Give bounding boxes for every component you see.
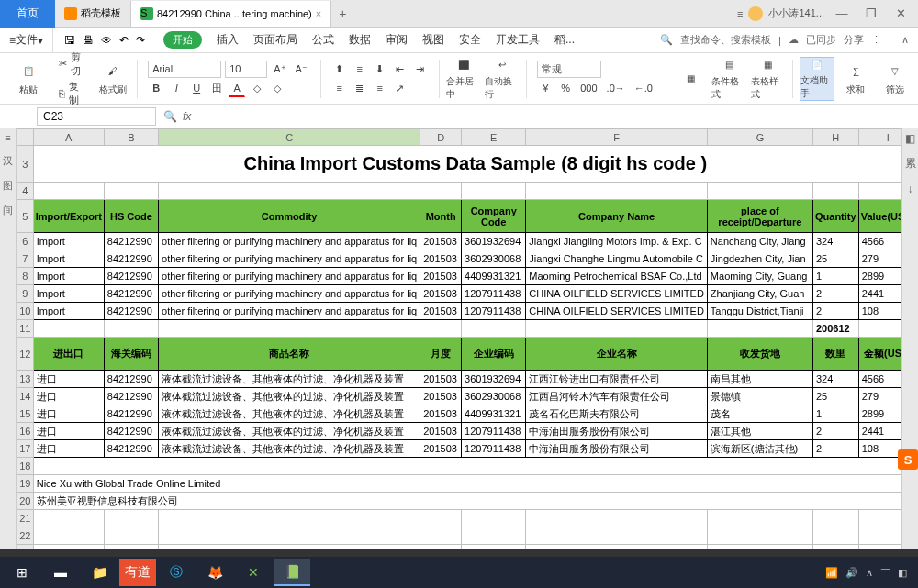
side-icon[interactable]: ↓ bbox=[908, 183, 913, 195]
cell[interactable]: 海关编码 bbox=[104, 338, 158, 371]
cell[interactable]: 84212990 bbox=[104, 303, 158, 320]
cell[interactable]: 19 bbox=[17, 475, 34, 493]
cell[interactable]: 进口 bbox=[33, 405, 104, 423]
more-icon[interactable]: ≡ bbox=[737, 8, 743, 19]
format-painter-button[interactable]: 🖌格式刷 bbox=[95, 57, 130, 101]
task-item[interactable]: ✕ bbox=[235, 559, 272, 586]
cell[interactable]: 中海油田服务股份有限公司 bbox=[526, 423, 708, 440]
cell[interactable] bbox=[707, 320, 812, 338]
merge-button[interactable]: ⬛合并居中 bbox=[446, 57, 481, 101]
cell[interactable]: 25 bbox=[812, 250, 858, 268]
cell[interactable] bbox=[526, 545, 708, 549]
cell[interactable]: 21 bbox=[17, 510, 34, 527]
user-avatar[interactable] bbox=[748, 6, 763, 21]
cell[interactable]: 2 bbox=[812, 440, 858, 458]
cell[interactable]: 324 bbox=[812, 233, 858, 250]
cell[interactable]: 3602930068 bbox=[462, 388, 526, 405]
side-icon[interactable]: ◧ bbox=[905, 132, 915, 145]
cell[interactable]: 201503 bbox=[420, 250, 462, 268]
minimize-button[interactable]: — bbox=[830, 4, 854, 24]
cell[interactable]: 茂名石化巴斯夫有限公司 bbox=[526, 405, 708, 423]
tab-formula[interactable]: 公式 bbox=[305, 28, 341, 53]
cell[interactable]: 1 bbox=[812, 268, 858, 285]
cell[interactable] bbox=[462, 320, 526, 338]
cell[interactable]: 5 bbox=[17, 200, 34, 233]
preview-icon[interactable]: 👁 bbox=[97, 34, 116, 47]
cell[interactable] bbox=[707, 545, 812, 549]
cell[interactable]: 进口 bbox=[33, 371, 104, 388]
font-select[interactable]: Arial bbox=[148, 61, 221, 78]
cell[interactable]: 11 bbox=[17, 320, 34, 338]
side-icon[interactable]: 汉 bbox=[3, 154, 13, 168]
cell[interactable]: 84212990 bbox=[104, 285, 158, 303]
cell[interactable]: 企业编码 bbox=[462, 338, 526, 371]
cell[interactable] bbox=[420, 183, 462, 200]
cell[interactable]: 84212990 bbox=[104, 440, 158, 458]
notif-icon[interactable]: ◧ bbox=[898, 567, 907, 579]
maximize-button[interactable]: ❐ bbox=[859, 4, 883, 24]
cell[interactable]: 液体截流过滤设备、其他液体的过滤、净化机器及装置 bbox=[159, 423, 420, 440]
cell[interactable]: Import/Export bbox=[33, 200, 104, 233]
doc-helper-button[interactable]: 📄文档助手 bbox=[800, 57, 835, 101]
paste-button[interactable]: 📋粘贴 bbox=[9, 57, 48, 101]
cell[interactable]: place of receipt/Departure bbox=[707, 200, 812, 233]
new-tab-button[interactable]: + bbox=[331, 6, 353, 21]
cell[interactable] bbox=[104, 320, 158, 338]
cell[interactable]: Import bbox=[33, 233, 104, 250]
cell[interactable] bbox=[462, 183, 526, 200]
start-button[interactable]: ⊞ bbox=[4, 559, 40, 586]
tray-icon[interactable]: 📶 bbox=[825, 567, 838, 579]
cell[interactable]: Import bbox=[33, 303, 104, 320]
cell[interactable]: 201503 bbox=[420, 285, 462, 303]
cell[interactable]: 2 bbox=[812, 285, 858, 303]
cell[interactable]: 14 bbox=[17, 388, 34, 405]
tab-dev[interactable]: 开发工具 bbox=[488, 28, 547, 53]
home-tab[interactable]: 首页 bbox=[0, 0, 55, 28]
sogou-icon[interactable]: S bbox=[898, 449, 918, 470]
tab-view[interactable]: 视图 bbox=[415, 28, 452, 53]
cell[interactable] bbox=[526, 320, 708, 338]
cell[interactable]: 液体截流过滤设备、其他液体的过滤、净化机器及装置 bbox=[159, 405, 420, 423]
cell[interactable] bbox=[159, 320, 420, 338]
tray-icon[interactable]: 🔊 bbox=[845, 567, 858, 579]
cell[interactable]: Jiangxi Changhe Lingmu Automobile C bbox=[526, 250, 708, 268]
comma-button[interactable]: 000 bbox=[577, 80, 599, 97]
print-icon[interactable]: 🖶 bbox=[79, 34, 97, 47]
cell[interactable]: other filtering or purifying machinery a… bbox=[159, 250, 420, 268]
task-item[interactable]: 有道 bbox=[119, 559, 156, 586]
cell[interactable]: 17 bbox=[17, 440, 34, 458]
filter-button[interactable]: ▽筛选 bbox=[878, 57, 912, 101]
tab-docer[interactable]: 稻... bbox=[547, 28, 582, 53]
cell[interactable]: 进口 bbox=[33, 388, 104, 405]
cell[interactable] bbox=[707, 510, 812, 527]
cell[interactable] bbox=[526, 183, 708, 200]
name-box[interactable] bbox=[37, 107, 156, 126]
cell[interactable] bbox=[104, 510, 158, 527]
cell[interactable] bbox=[420, 527, 462, 545]
cell[interactable]: Commodity bbox=[159, 200, 420, 233]
cell[interactable] bbox=[159, 510, 420, 527]
cell[interactable]: 商品名称 bbox=[159, 338, 420, 371]
cell[interactable]: 企业名称 bbox=[526, 338, 708, 371]
side-icon[interactable]: ≡ bbox=[5, 132, 10, 143]
cell[interactable]: 景德镇 bbox=[707, 388, 812, 405]
align-right-button[interactable]: ≡ bbox=[372, 80, 388, 97]
task-item[interactable]: ▬ bbox=[42, 559, 79, 586]
cell[interactable]: 23 bbox=[17, 545, 34, 549]
percent-button[interactable]: % bbox=[557, 80, 574, 97]
cell[interactable] bbox=[812, 183, 858, 200]
cell[interactable]: 324 bbox=[812, 371, 858, 388]
cell[interactable]: 4409931321 bbox=[462, 268, 526, 285]
cell[interactable]: 3601932694 bbox=[462, 371, 526, 388]
cell[interactable]: 4409931321 bbox=[462, 405, 526, 423]
font-color-button[interactable]: A bbox=[229, 80, 245, 97]
tab-insert[interactable]: 插入 bbox=[209, 28, 246, 53]
shrink-font-button[interactable]: A⁻ bbox=[293, 61, 310, 78]
cell[interactable] bbox=[104, 545, 158, 549]
cell[interactable]: Jingdezhen City, Jian bbox=[707, 250, 812, 268]
cell[interactable]: 16 bbox=[17, 423, 34, 440]
align-mid-button[interactable]: ≡ bbox=[352, 61, 368, 78]
save-icon[interactable]: 🖫 bbox=[61, 34, 79, 47]
search-fx-icon[interactable]: 🔍 bbox=[163, 110, 177, 123]
cell[interactable]: Company Name bbox=[526, 200, 708, 233]
